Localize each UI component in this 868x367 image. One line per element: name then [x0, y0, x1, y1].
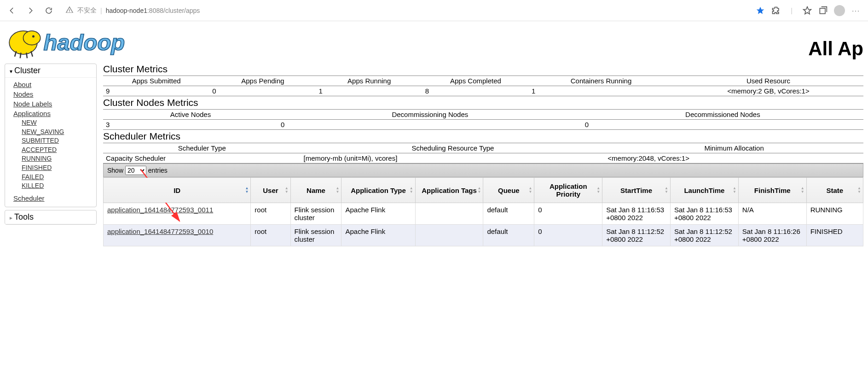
show-label: Show: [107, 167, 123, 174]
browser-toolbar: 不安全 | hadoop-node1:8088/cluster/apps | ·…: [0, 0, 868, 21]
col-containers-running: Containers Running: [529, 76, 673, 86]
sidebar-tools-header[interactable]: ▸Tools: [5, 210, 96, 224]
caret-right-icon: ▸: [10, 215, 12, 221]
sidebar-link-nodes[interactable]: Nodes: [13, 89, 92, 99]
table-row: application_1641484772593_0010 root Flin…: [104, 225, 863, 246]
forward-button[interactable]: [23, 3, 38, 18]
separator-icon: |: [787, 6, 796, 15]
sidebar-link-finished[interactable]: FINISHED: [22, 163, 92, 173]
sidebar-link-failed[interactable]: FAILED: [22, 173, 92, 182]
col-used-resources: Used Resourc: [673, 76, 863, 86]
sidebar: ▾Cluster About Nodes Node Labels Applica…: [5, 60, 97, 246]
cell: 0: [209, 86, 316, 96]
url-text: hadoop-node1:8088/cluster/apps: [106, 7, 200, 14]
svg-point-2: [23, 31, 41, 45]
insecure-label: 不安全: [77, 6, 97, 15]
show-entries-bar: Show 10 20 50 100 entries: [103, 163, 863, 177]
cell: root: [251, 203, 290, 225]
address-bar[interactable]: 不安全 | hadoop-node1:8088/cluster/apps: [60, 3, 749, 18]
active-nodes-link[interactable]: 3: [106, 121, 110, 128]
sidebar-link-applications[interactable]: Applications: [13, 109, 92, 118]
browser-right-icons: | ···: [753, 5, 863, 16]
cell: [415, 203, 483, 225]
cell: 3: [103, 120, 278, 130]
sidebar-link-accepted[interactable]: ACCEPTED: [22, 146, 92, 155]
back-button[interactable]: [5, 3, 19, 18]
col-active-nodes: Active Nodes: [103, 110, 278, 120]
table-row: application_1641484772593_0011 root Flin…: [104, 203, 863, 225]
bookmark-star-icon[interactable]: [756, 6, 765, 15]
cluster-metrics-table: Apps Submitted Apps Pending Apps Running…: [103, 76, 863, 96]
cluster-nodes-heading: Cluster Nodes Metrics: [103, 97, 863, 108]
cell: 8: [422, 86, 529, 96]
sidebar-link-scheduler[interactable]: Scheduler: [13, 193, 92, 203]
cell: 0: [582, 120, 863, 130]
sidebar-link-submitted[interactable]: SUBMITTED: [22, 136, 92, 146]
sidebar-link-new[interactable]: NEW: [22, 118, 92, 128]
th-state[interactable]: State▲▼: [806, 178, 863, 203]
cell: Flink session cluster: [290, 225, 341, 246]
col-decommed-nodes: Decommissioned Nodes: [582, 110, 863, 120]
svg-rect-0: [820, 8, 825, 14]
decom-nodes-link[interactable]: 0: [281, 121, 284, 128]
sidebar-link-about[interactable]: About: [13, 80, 92, 89]
cell: Sat Jan 8 11:12:52 +0800 2022: [671, 225, 739, 246]
cell: default: [483, 203, 534, 225]
cell: <memory:2 GB, vCores:1>: [673, 86, 863, 96]
th-starttime[interactable]: StartTime▲▼: [602, 178, 671, 203]
decommed-nodes-link[interactable]: 0: [585, 121, 589, 128]
reload-button[interactable]: [41, 3, 56, 18]
th-priority[interactable]: Application Priority▲▼: [534, 178, 602, 203]
th-queue[interactable]: Queue▲▼: [483, 178, 534, 203]
cell: root: [251, 225, 290, 246]
sort-icon: ▲▼: [336, 186, 340, 194]
page-title: All Ap: [808, 38, 863, 60]
hadoop-logo: hadoop: [5, 24, 160, 59]
th-apptype[interactable]: Application Type▲▼: [341, 178, 415, 203]
cell: 9: [103, 86, 209, 96]
th-name[interactable]: Name▲▼: [290, 178, 341, 203]
app-id-link[interactable]: application_1641484772593_0011: [107, 206, 213, 214]
sort-icon: ▲▼: [733, 186, 736, 194]
caret-down-icon: ▾: [10, 68, 12, 75]
svg-point-3: [32, 35, 35, 37]
sidebar-link-running[interactable]: RUNNING: [22, 154, 92, 163]
col-sched-res-type: Scheduling Resource Type: [301, 143, 605, 153]
th-finishtime[interactable]: FinishTime▲▼: [738, 178, 806, 203]
favorite-outline-icon[interactable]: [803, 6, 812, 15]
cell: 0: [534, 225, 602, 246]
insecure-icon: [65, 6, 74, 15]
entries-label: entries: [148, 167, 168, 174]
app-id-link[interactable]: application_1641484772593_0010: [107, 227, 213, 235]
cell: 1: [529, 86, 673, 96]
sort-icon: ▲▼: [665, 186, 668, 194]
cell: Flink session cluster: [290, 203, 341, 225]
sort-icon: ▲▼: [596, 186, 600, 194]
sidebar-link-node-labels[interactable]: Node Labels: [13, 99, 92, 109]
th-launchtime[interactable]: LaunchTime▲▼: [671, 178, 739, 203]
profile-avatar-icon[interactable]: [834, 5, 845, 16]
cell: 0: [534, 203, 602, 225]
sidebar-tools-panel: ▸Tools: [5, 210, 97, 225]
extension-icon[interactable]: [771, 6, 781, 15]
more-icon[interactable]: ···: [851, 6, 861, 15]
sidebar-cluster-header[interactable]: ▾Cluster: [5, 64, 96, 78]
sort-icon: ▲▼: [478, 186, 481, 194]
col-decom-nodes: Decommissioning Nodes: [278, 110, 582, 120]
separator-icon: |: [100, 7, 102, 14]
cell: <memory:2048, vCores:1>: [605, 153, 863, 163]
th-apptags[interactable]: Application Tags▲▼: [415, 178, 483, 203]
col-apps-pending: Apps Pending: [209, 76, 316, 86]
entries-select[interactable]: 10 20 50 100: [125, 166, 146, 175]
cell: Sat Jan 8 11:12:52 +0800 2022: [602, 225, 671, 246]
cell: RUNNING: [806, 203, 863, 225]
cell: N/A: [738, 203, 806, 225]
cell: 1: [316, 86, 422, 96]
th-user[interactable]: User▲▼: [251, 178, 290, 203]
cell: Capacity Scheduler: [103, 153, 301, 163]
sidebar-link-new-saving[interactable]: NEW_SAVING: [22, 128, 92, 137]
sidebar-link-killed[interactable]: KILLED: [22, 181, 92, 191]
sort-icon: ▲▼: [857, 186, 861, 194]
collections-icon[interactable]: [818, 6, 827, 15]
th-id[interactable]: ID▲▼: [104, 178, 251, 203]
